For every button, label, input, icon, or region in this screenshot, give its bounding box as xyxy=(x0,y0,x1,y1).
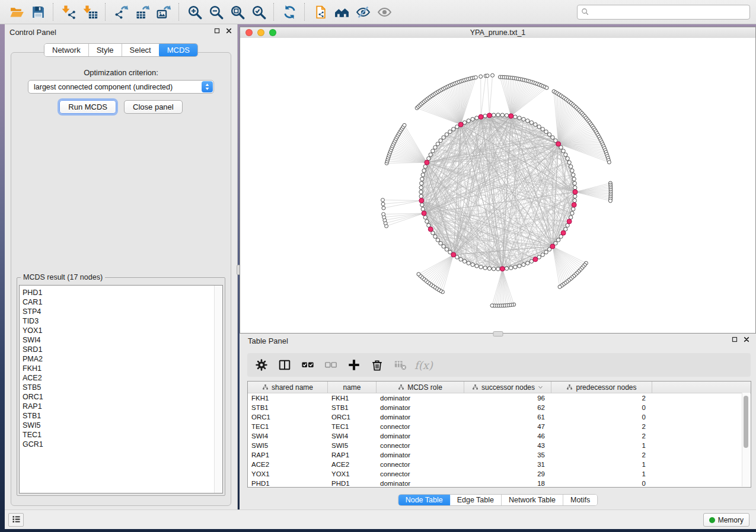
cell: 2 xyxy=(551,431,652,441)
zoom-out-button[interactable] xyxy=(205,2,227,21)
column-header-shared-name[interactable]: shared name xyxy=(248,382,328,393)
mcds-result-item[interactable]: STB1 xyxy=(20,411,222,421)
zoom-selected-button[interactable] xyxy=(248,2,269,21)
float-panel-icon[interactable] xyxy=(213,27,221,34)
function-builder-label: f(x) xyxy=(414,359,433,371)
show-columns-button[interactable] xyxy=(276,356,294,374)
close-panel-icon[interactable] xyxy=(743,336,750,343)
table-toolbar: f(x) xyxy=(247,353,751,377)
mcds-list-scrollbar[interactable] xyxy=(214,286,222,493)
mcds-result-item[interactable]: PMA2 xyxy=(20,354,222,364)
table-row[interactable]: PHD1PHD1dominator180 xyxy=(248,479,751,488)
column-header-name[interactable]: name xyxy=(328,382,377,393)
network-overview-button[interactable] xyxy=(331,2,352,21)
cell: ORC1 xyxy=(328,412,377,422)
mcds-result-item[interactable]: STB5 xyxy=(20,383,222,392)
mcds-result-item[interactable]: TEC1 xyxy=(20,430,222,440)
cell: dominator xyxy=(377,479,464,488)
tab-node-table[interactable]: Node Table xyxy=(398,494,451,506)
import-table-button[interactable] xyxy=(79,2,101,21)
close-panel-button[interactable]: Close panel xyxy=(124,100,183,114)
deselect-all-button[interactable] xyxy=(322,356,340,374)
table-row[interactable]: YOX1YOX1connector291 xyxy=(248,469,751,479)
tab-mcds[interactable]: MCDS xyxy=(159,43,198,57)
optimization-criterion-select[interactable]: largest connected component (undirected) xyxy=(28,80,214,94)
mcds-result-item[interactable]: CAR1 xyxy=(20,297,222,307)
mcds-result-item[interactable]: YOX1 xyxy=(20,326,222,335)
tab-select[interactable]: Select xyxy=(122,44,160,56)
toolbar-separator xyxy=(53,3,54,21)
share-document-button[interactable] xyxy=(310,2,331,21)
select-all-icon xyxy=(301,358,314,371)
search-box xyxy=(577,5,750,20)
hide-graphics-button[interactable] xyxy=(352,2,374,21)
column-header-predecessor-nodes[interactable]: predecessor nodes xyxy=(551,382,652,393)
mcds-result-item[interactable]: SWI5 xyxy=(20,421,222,430)
cell: SWI5 xyxy=(248,441,328,450)
float-panel-icon[interactable] xyxy=(731,336,738,343)
network-window: YPA_prune.txt_1 xyxy=(240,27,756,334)
save-session-button[interactable] xyxy=(27,2,49,21)
settings-gear-button[interactable] xyxy=(253,356,270,374)
export-table-button[interactable] xyxy=(132,2,153,21)
delete-table-button xyxy=(391,356,409,374)
mcds-result-item[interactable]: FKH1 xyxy=(20,364,222,373)
table-scrollbar-thumb[interactable] xyxy=(744,396,748,448)
table-row[interactable]: ACE2ACE2connector311 xyxy=(248,460,751,469)
show-graphics-button[interactable] xyxy=(374,2,395,21)
mcds-result-item[interactable]: STP4 xyxy=(20,307,222,316)
memory-button[interactable]: Memory xyxy=(703,513,749,527)
search-input[interactable] xyxy=(577,5,750,20)
add-column-button[interactable] xyxy=(345,356,363,374)
column-header-MCDS-role[interactable]: MCDS role xyxy=(377,382,464,393)
run-mcds-button[interactable]: Run MCDS xyxy=(59,100,116,114)
cell: dominator xyxy=(377,412,464,422)
show-columns-icon xyxy=(278,358,291,371)
task-history-button[interactable] xyxy=(8,513,24,527)
mcds-result-item[interactable]: GCR1 xyxy=(20,440,222,449)
table-scrollbar[interactable] xyxy=(742,393,750,486)
table-row[interactable]: ORC1ORC1dominator610 xyxy=(248,412,751,422)
tab-edge-table[interactable]: Edge Table xyxy=(450,495,502,505)
refresh-layout-button[interactable] xyxy=(279,2,300,21)
mcds-result-item[interactable]: ACE2 xyxy=(20,373,222,383)
column-header-successor-nodes[interactable]: successor nodes xyxy=(464,382,551,393)
export-network-button[interactable] xyxy=(110,2,132,21)
mcds-result-item[interactable]: SWI4 xyxy=(20,335,222,345)
tab-network[interactable]: Network xyxy=(44,44,89,56)
zoom-in-button[interactable] xyxy=(184,2,205,21)
tab-style[interactable]: Style xyxy=(89,44,122,56)
export-image-icon xyxy=(157,5,171,20)
tab-motifs[interactable]: Motifs xyxy=(563,495,597,505)
mcds-result-item[interactable]: RAP1 xyxy=(20,402,222,411)
settings-gear-icon xyxy=(255,358,268,371)
status-bar: Memory xyxy=(5,509,756,529)
import-network-button[interactable] xyxy=(58,2,79,21)
table-row[interactable]: SWI5SWI5connector431 xyxy=(248,441,751,450)
cell: dominator xyxy=(377,450,464,460)
close-panel-icon[interactable] xyxy=(225,27,232,34)
network-window-titlebar[interactable]: YPA_prune.txt_1 xyxy=(240,27,755,39)
cell: SWI4 xyxy=(328,431,377,441)
open-file-button[interactable] xyxy=(6,2,27,21)
table-row[interactable]: RAP1RAP1dominator352 xyxy=(248,450,751,460)
tree-icon xyxy=(566,384,573,390)
cell: 0 xyxy=(551,479,652,488)
export-image-button[interactable] xyxy=(153,2,174,21)
table-row[interactable]: STB1STB1dominator620 xyxy=(248,403,751,412)
cell: STB1 xyxy=(248,403,328,412)
mcds-result-item[interactable]: SRD1 xyxy=(20,345,222,354)
table-row[interactable]: FKH1FKH1dominator962 xyxy=(248,393,751,403)
delete-column-button[interactable] xyxy=(368,356,386,374)
mcds-result-item[interactable]: PHD1 xyxy=(20,288,222,297)
table-row[interactable]: TEC1TEC1connector472 xyxy=(248,422,751,431)
zoom-fit-button[interactable] xyxy=(227,2,248,21)
cell: 2 xyxy=(551,422,652,431)
tab-network-table[interactable]: Network Table xyxy=(502,495,563,505)
network-canvas[interactable] xyxy=(240,38,755,333)
table-row[interactable]: SWI4SWI4dominator462 xyxy=(248,431,751,441)
horizontal-splitter-grip[interactable] xyxy=(493,331,503,336)
mcds-result-item[interactable]: TID3 xyxy=(20,316,222,326)
select-all-button[interactable] xyxy=(299,356,317,374)
mcds-result-item[interactable]: ORC1 xyxy=(20,392,222,402)
